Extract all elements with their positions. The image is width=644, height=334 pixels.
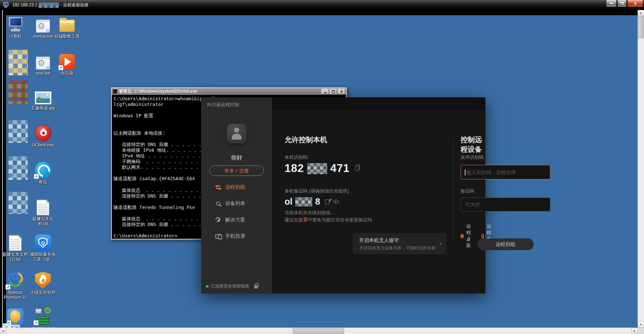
- icon-label: Navicat Premium 15: [1, 290, 29, 300]
- scroll-right-button[interactable]: ►: [632, 328, 638, 334]
- rdp-restore-button[interactable]: [617, 0, 627, 7]
- folder-icon: [59, 20, 75, 32]
- shield-q-icon: Q: [35, 235, 51, 251]
- remote-heading: 控制远程设备: [461, 135, 485, 154]
- sunlogin-main: 允许控制本机 本机识别码 182 471 本机验证码 (请确保信任后提供) ol…: [272, 97, 485, 293]
- copy-icon[interactable]: [355, 166, 359, 171]
- cmd-title: 管理员: C:\Windows\system32\cmd.exe: [119, 88, 197, 95]
- desktop-icon-new-text-doc-2[interactable]: 新建文本文档(2).txt: [1, 234, 29, 262]
- settings-link[interactable]: 设置: [298, 217, 308, 222]
- icon-label: stop.bat: [35, 71, 51, 76]
- lock-icon[interactable]: [254, 285, 258, 289]
- huorong-shield-icon: ↗: [35, 272, 51, 289]
- close-icon: ×: [340, 90, 343, 94]
- cmd-maximize-button[interactable]: [330, 89, 337, 94]
- sunlogin-icon: ↗: [59, 54, 75, 70]
- computer-icon: [7, 16, 24, 33]
- close-icon: ×: [634, 1, 637, 6]
- edit-icon[interactable]: [325, 199, 330, 204]
- icon-label: 新建文本文档.txt: [29, 216, 57, 226]
- shortcut-arrow-icon: ↗: [34, 284, 39, 290]
- desktop-top-edge: [0, 10, 638, 15]
- desktop-icon-folder-tools[interactable]: 前端取数工具: [53, 16, 81, 39]
- desktop-icon-server-jpg[interactable]: 主服务器.jpg: [29, 87, 57, 111]
- redacted-blur: [9, 50, 28, 75]
- vertical-scroll-thumb[interactable]: [638, 16, 644, 38]
- minimize-icon: [324, 92, 327, 93]
- shortcut-arrow-icon: ↗: [33, 320, 39, 325]
- icon-label: startup.bat: [33, 34, 53, 39]
- security-warning-line1: 当前本机安全级别较低，: [285, 210, 335, 216]
- eye-icon[interactable]: [333, 200, 339, 204]
- verify-code-field: [461, 198, 550, 211]
- connection-status: 已连接安全加密链路: [206, 283, 258, 289]
- desktop-icon-computer[interactable]: 计算机: [1, 16, 29, 39]
- cmd-minimize-button[interactable]: [321, 89, 329, 94]
- partner-id-label: 伙伴识别码: [461, 154, 484, 161]
- redacted-blur: [295, 197, 312, 206]
- redacted-blur: [9, 80, 28, 104]
- sidebar-item-remote-assist[interactable]: 远程协助: [201, 183, 272, 191]
- desktop-icon-new-text-doc[interactable]: 新建文本文档.txt: [29, 198, 57, 226]
- verify-code-label: 验证码: [461, 188, 474, 194]
- login-register-button[interactable]: 登录 / 注册: [209, 166, 264, 176]
- text-file-icon: [9, 235, 22, 251]
- sunlogin-window[interactable]: 向日葵远程控制 × 你好 登录 / 注册 远程协助 设备列表 解决方案 手机投屏…: [201, 97, 485, 293]
- horizontal-scrollbar[interactable]: ◄ ►: [0, 328, 638, 334]
- desktop-icon-youxin[interactable]: ↗ 有信: [29, 161, 57, 184]
- swap-arrows-icon: [215, 185, 222, 190]
- redacted-blur: [9, 156, 28, 180]
- rdp-icon: [3, 2, 10, 8]
- cmd-titlebar[interactable]: C:\ 管理员: C:\Windows\system32\cmd.exe ×: [112, 88, 346, 95]
- desktop-icon-huorong[interactable]: ↗ 火绒安全软件: [29, 270, 57, 295]
- desktop-icon-virus-killer[interactable]: Q 顽固病毒专杀工具（请...: [29, 234, 57, 262]
- unattended-access-card[interactable]: 开启本机无人值守 开启后将加入设备列表，可随时远控本机 ›: [353, 233, 446, 254]
- vertical-scrollbar[interactable]: ▲ ▼: [638, 10, 644, 328]
- sidebar-item-solutions[interactable]: 解决方案: [201, 216, 272, 224]
- partner-id-input[interactable]: [461, 169, 550, 175]
- scroll-left-button[interactable]: ◄: [0, 328, 6, 334]
- rdp-titlebar[interactable]: 192.168.23.2 - 远程桌面连接 ×: [0, 0, 644, 10]
- uclient-icon: [35, 125, 51, 141]
- greeting-text: 你好: [201, 154, 272, 162]
- icon-label: 向日葵: [61, 71, 73, 76]
- icon-label: 前端取数工具: [54, 34, 80, 39]
- scroll-down-button[interactable]: ▼: [638, 322, 644, 328]
- desktop-icon-uclient[interactable]: UClient.exe: [29, 124, 57, 147]
- desktop-icon-stop-bat[interactable]: ⚙⚙ stop.bat: [29, 53, 57, 76]
- rdp-close-button[interactable]: ×: [627, 0, 643, 7]
- photo-icon: [35, 91, 51, 104]
- cmd-close-button[interactable]: ×: [338, 89, 345, 94]
- horizontal-scroll-thumb[interactable]: [293, 328, 344, 334]
- desktop-icon-sunlogin[interactable]: ↗ 向日葵: [53, 53, 81, 76]
- sidebar-item-phone-cast[interactable]: 手机投屏: [201, 232, 272, 240]
- batch-file-icon: ⚙⚙: [36, 20, 50, 33]
- navicat-icon: ↗: [6, 270, 24, 289]
- remote-assist-button[interactable]: 远程协助: [477, 238, 534, 250]
- desktop-icon-navicat[interactable]: ↗ Navicat Premium 15: [1, 270, 29, 300]
- shortcut-arrow-icon: ↗: [58, 65, 64, 70]
- rdp-title-ip: 192.168.23.2: [12, 2, 37, 7]
- radio-selected-icon: [461, 234, 464, 238]
- text-caret: [465, 169, 466, 176]
- local-code-value: ol 8: [285, 196, 339, 207]
- rdp-minimize-button[interactable]: [606, 0, 617, 7]
- verify-code-input[interactable]: [461, 202, 550, 208]
- scrollbar-corner: [638, 328, 644, 334]
- green-dot-icon: [206, 285, 209, 288]
- icon-label: UClient.exe: [32, 142, 54, 147]
- partner-id-field: [461, 165, 550, 179]
- redacted-blur: [9, 192, 28, 214]
- sidebar-item-device-list[interactable]: 设备列表: [201, 200, 272, 208]
- rdp-title-suffix: - 远程桌面连接: [60, 2, 88, 8]
- chevron-right-icon: ›: [440, 240, 442, 247]
- text-file-icon: [37, 200, 49, 215]
- radio-remote-desktop[interactable]: 远程桌面: [461, 223, 472, 249]
- right-arrow-icon: ►: [633, 329, 636, 333]
- scroll-up-button[interactable]: ▲: [638, 10, 644, 16]
- local-id-label: 本机识别码: [285, 154, 308, 161]
- avatar[interactable]: [227, 124, 247, 144]
- desktop-icon-startup-bat[interactable]: ⚙⚙ startup.bat: [29, 16, 57, 39]
- local-id-value: 182 471: [285, 162, 359, 175]
- maximize-icon: [332, 90, 335, 93]
